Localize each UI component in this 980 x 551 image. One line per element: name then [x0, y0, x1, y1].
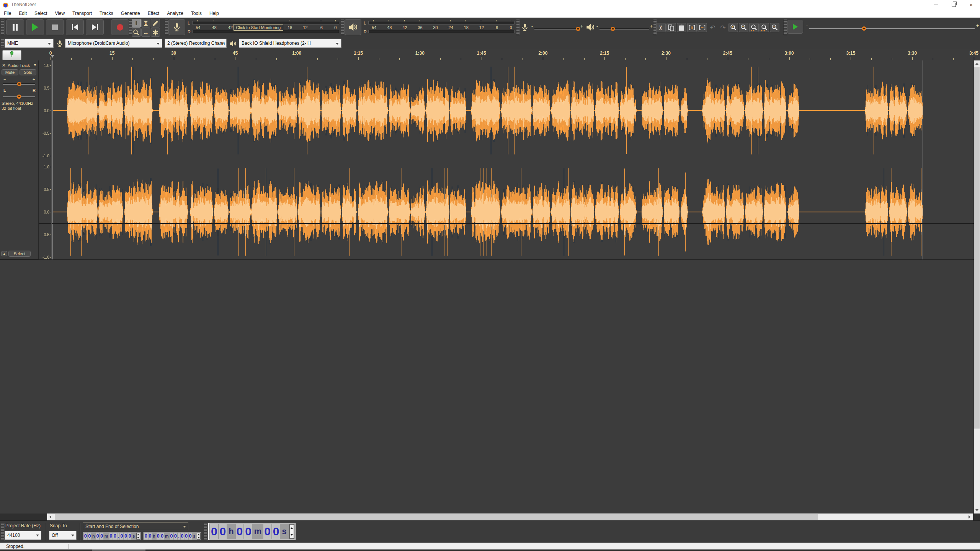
- time-digit[interactable]: m: [105, 534, 108, 538]
- selection-start-field[interactable]: 00h00m00.000s: [83, 532, 141, 540]
- vertical-scale-ruler[interactable]: 1.00.50.0-0.5-1.01.00.50.0-0.5-1.0: [39, 60, 52, 259]
- menu-edit[interactable]: Edit: [15, 9, 31, 18]
- transport-stop-button[interactable]: [46, 19, 64, 35]
- tool-envelope-button[interactable]: [141, 19, 150, 28]
- play-speed-slider[interactable]: [809, 28, 975, 29]
- spinner[interactable]: [136, 533, 140, 540]
- time-digit[interactable]: 0: [144, 533, 148, 540]
- pan-slider-thumb[interactable]: [17, 95, 21, 99]
- time-digit[interactable]: 0: [113, 533, 117, 540]
- track-select-button[interactable]: Select: [8, 251, 31, 257]
- transport-play-button[interactable]: [26, 19, 44, 35]
- time-toolbar-grip[interactable]: [204, 523, 207, 541]
- time-digit[interactable]: s: [132, 534, 135, 538]
- edit-cut-button[interactable]: ✂: [656, 23, 666, 32]
- time-digit[interactable]: h: [92, 534, 95, 538]
- monitor-hint[interactable]: Click to Start Monitoring: [234, 24, 284, 31]
- time-digit[interactable]: 0: [84, 533, 87, 540]
- menu-tools[interactable]: Tools: [187, 9, 206, 18]
- time-digit[interactable]: 0: [210, 524, 218, 539]
- time-digit[interactable]: m: [254, 527, 262, 536]
- time-digit[interactable]: 0: [124, 533, 127, 540]
- edit-zoom-in-button[interactable]: [728, 23, 738, 32]
- vertical-scrollbar[interactable]: [974, 60, 980, 514]
- time-digit[interactable]: .: [118, 533, 119, 540]
- menu-view[interactable]: View: [51, 9, 69, 18]
- playback-device-select[interactable]: Back IO Shield Headphones (2- H: [239, 39, 341, 48]
- play-at-speed-button[interactable]: [787, 20, 803, 34]
- edit-zoom-toggle-button[interactable]: [770, 23, 779, 32]
- edit-zoom-project-button[interactable]: [760, 23, 769, 32]
- time-digit[interactable]: m: [165, 534, 169, 538]
- vertical-scrollbar-thumb[interactable]: [974, 67, 980, 429]
- time-digit[interactable]: h: [153, 534, 155, 538]
- minimize-button[interactable]: [927, 0, 945, 9]
- playback-volume-slider[interactable]: [599, 28, 649, 29]
- menu-help[interactable]: Help: [206, 9, 223, 18]
- record-volume-slider[interactable]: [534, 28, 580, 29]
- selection-toolbar-grip[interactable]: [1, 523, 5, 541]
- restore-button[interactable]: [945, 0, 962, 9]
- close-button[interactable]: ×: [962, 0, 980, 9]
- scroll-down-button[interactable]: [974, 507, 980, 514]
- transport-record-button[interactable]: [111, 19, 129, 35]
- tool-draw-button[interactable]: [151, 19, 160, 28]
- collapse-track-button[interactable]: ▲: [1, 251, 7, 256]
- track-control-panel[interactable]: ✕ Audio Track ▼ Mute Solo − + L R Stereo…: [0, 60, 39, 259]
- playback-meter-grip[interactable]: [341, 20, 345, 35]
- transport-toolbar-grip[interactable]: [1, 20, 5, 35]
- device-toolbar-grip[interactable]: [1, 39, 5, 47]
- scroll-right-button[interactable]: [966, 514, 972, 520]
- edit-paste-button[interactable]: [677, 23, 686, 32]
- track-title[interactable]: Audio Track: [8, 63, 30, 68]
- track-menu-chevron-icon[interactable]: ▼: [33, 63, 37, 67]
- play-at-speed-grip[interactable]: [783, 20, 787, 35]
- menu-tracks[interactable]: Tracks: [96, 9, 117, 18]
- time-digit[interactable]: 0: [170, 533, 173, 540]
- selection-end-field[interactable]: 00h00m00.000s: [143, 532, 201, 540]
- time-digit[interactable]: s: [282, 527, 286, 536]
- playhead-marker[interactable]: [51, 55, 54, 58]
- playback-volume-thumb[interactable]: [611, 27, 615, 31]
- menu-analyze[interactable]: Analyze: [163, 9, 187, 18]
- recording-meter-grip[interactable]: [165, 20, 168, 35]
- recording-channels-select[interactable]: 2 (Stereo) Recording Chann: [165, 39, 227, 48]
- edit-trim-outside-button[interactable]: [687, 23, 697, 32]
- recording-device-select[interactable]: Microphone (DroidCam Audio): [65, 39, 162, 48]
- spinner[interactable]: [289, 524, 294, 539]
- audio-host-select[interactable]: MME: [5, 39, 54, 48]
- menu-file[interactable]: File: [0, 9, 15, 18]
- time-digit[interactable]: 0: [263, 524, 271, 539]
- edit-copy-button[interactable]: [666, 23, 676, 32]
- time-digit[interactable]: 0: [128, 533, 132, 540]
- selection-mode-select[interactable]: Start and End of Selection: [83, 522, 188, 530]
- time-digit[interactable]: 0: [160, 533, 164, 540]
- time-digit[interactable]: 0: [109, 533, 113, 540]
- time-digit[interactable]: 0: [157, 533, 160, 540]
- transport-skip-to-start-button[interactable]: [66, 19, 84, 35]
- time-digit[interactable]: s: [193, 534, 195, 538]
- edit-silence-selection-button[interactable]: [697, 23, 707, 32]
- time-digit[interactable]: 0: [185, 533, 188, 540]
- horizontal-scrollbar-thumb[interactable]: [55, 514, 818, 520]
- snap-to-select[interactable]: Off: [49, 531, 77, 540]
- time-digit[interactable]: 0: [244, 524, 252, 539]
- time-digit[interactable]: 0: [174, 533, 177, 540]
- time-digit[interactable]: 0: [149, 533, 152, 540]
- timeline-options-button[interactable]: [2, 50, 21, 60]
- time-digit[interactable]: 0: [100, 533, 103, 540]
- pan-slider[interactable]: [3, 96, 35, 97]
- tool-zoom-button[interactable]: [132, 28, 141, 37]
- tool-time-shift-button[interactable]: ↔: [141, 28, 150, 37]
- tool-selection-button[interactable]: I: [132, 19, 141, 28]
- playback-meter-button[interactable]: [345, 19, 361, 35]
- edit-zoom-selection-button[interactable]: [749, 23, 759, 32]
- play-speed-thumb[interactable]: [862, 26, 866, 31]
- transport-pause-button[interactable]: [6, 19, 24, 35]
- time-digit[interactable]: 0: [120, 533, 124, 540]
- scroll-up-button[interactable]: [974, 60, 980, 67]
- menu-select[interactable]: Select: [31, 9, 51, 18]
- playback-meter[interactable]: LR-54-48-42-36-30-24-18-12-60: [345, 19, 515, 36]
- time-digit[interactable]: 0: [189, 533, 192, 540]
- recording-meter[interactable]: LR-54-48-42-18-12-60Click to Start Monit…: [168, 19, 340, 36]
